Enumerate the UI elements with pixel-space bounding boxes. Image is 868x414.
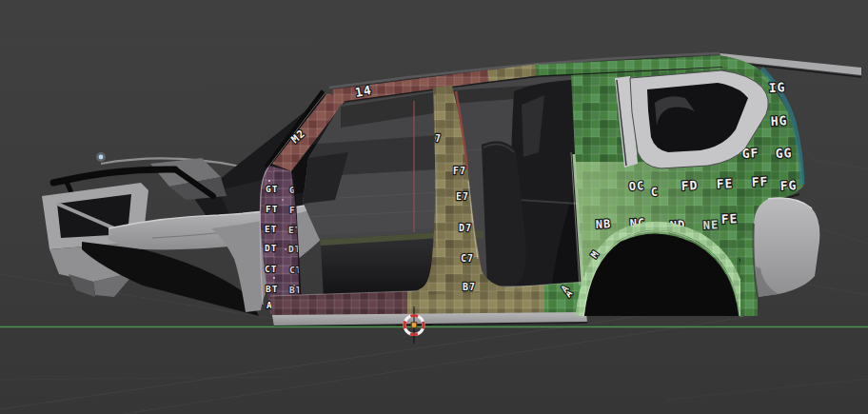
uv-grid-label: BT (266, 284, 278, 294)
uv-grid-label: FE (720, 211, 738, 227)
cursor-center-dot (411, 323, 417, 328)
uv-grid-label: D7 (459, 223, 472, 233)
uv-grid-label: OC (628, 179, 644, 193)
uv-grid-label: C7 (461, 253, 474, 264)
uv-grid-label: FD (681, 178, 698, 193)
uv-grid-label: NB (595, 217, 611, 231)
uv-grid-label: GG (775, 146, 792, 161)
uv-grid-label: F7 (453, 166, 466, 176)
uv-grid-label: IG (768, 80, 785, 95)
uv-grid-label: DT (265, 243, 277, 253)
light-object-dot[interactable] (99, 155, 104, 160)
uv-grid-label: GT (266, 184, 278, 194)
uv-grid-label: ET (265, 224, 277, 234)
uv-grid-label: FE (716, 176, 733, 191)
blender-viewport-window: 14M2 (0, 0, 868, 414)
uv-grid-label: FF (751, 174, 768, 189)
uv-grid-label: C (650, 186, 659, 199)
uv-grid-label: CT (265, 264, 277, 274)
uv-grid-label: HG (770, 113, 787, 128)
uv-grid-label: B7 (463, 282, 476, 292)
uv-grid-label: FG (779, 178, 797, 193)
uv-grid-label: FT (266, 204, 278, 214)
uv-grid-label: E7 (456, 191, 469, 202)
light-object[interactable] (96, 152, 106, 162)
3d-viewport[interactable]: 14M2 (0, 0, 868, 414)
uv-grid-label: NE (702, 218, 719, 232)
